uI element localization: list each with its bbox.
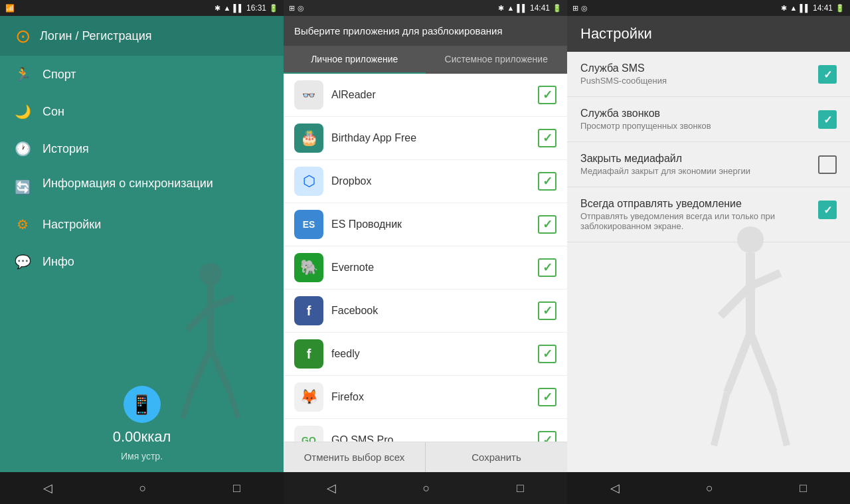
- settings-checkbox-sms[interactable]: [818, 65, 837, 84]
- settings-checkbox-calls[interactable]: [818, 110, 837, 129]
- settings-desc-sms: PushSMS-сообщения: [580, 76, 808, 86]
- app-name-feedly: feedly: [331, 348, 530, 360]
- app-checkbox-alreader[interactable]: ✓: [538, 86, 556, 104]
- settings-checkbox-media[interactable]: [818, 155, 837, 174]
- bluetooth-icon: ✱: [214, 4, 220, 13]
- svg-line-4: [192, 349, 211, 390]
- home-button-1[interactable]: ○: [129, 476, 157, 501]
- app-checkbox-dropbox[interactable]: ✓: [538, 172, 556, 191]
- svg-point-0: [199, 263, 222, 286]
- svg-line-7: [229, 390, 238, 418]
- app-item-evernote[interactable]: 🐘Evernote✓: [284, 246, 567, 290]
- sport-label: Спорт: [42, 68, 76, 82]
- settings-item-calls: Служба звонковПросмотр пропущенных звонк…: [567, 97, 850, 142]
- time-3: 14:41: [813, 3, 833, 13]
- nav-bar-3: ◁ ○ □: [567, 472, 850, 504]
- svg-line-5: [211, 349, 229, 390]
- sidebar-item-sync[interactable]: 🔄 Информация о синхронизации: [0, 167, 284, 206]
- recent-button-1[interactable]: □: [222, 476, 251, 501]
- runner-decoration: [151, 246, 270, 432]
- app-checkbox-firefox[interactable]: ✓: [538, 388, 556, 406]
- back-button-1[interactable]: ◁: [33, 475, 63, 501]
- app-item-feedly[interactable]: ffeedly✓: [284, 333, 567, 376]
- sidebar-item-settings[interactable]: ⚙ Настройки: [0, 206, 284, 243]
- settings-icon: ⚙: [13, 215, 32, 234]
- bluetooth-icon-2: ✱: [498, 4, 504, 13]
- info-label: Инфо: [42, 255, 74, 269]
- home-button-3[interactable]: ○: [695, 476, 724, 501]
- app-icon-facebook: f: [294, 296, 323, 325]
- app-checkbox-evernote[interactable]: ✓: [538, 258, 556, 277]
- info-icon: 💬: [13, 252, 32, 271]
- panel-settings: Настройки Служба SMSPushSMS-сообщенияСлу…: [567, 16, 850, 472]
- apps-icon: ⊞: [289, 4, 295, 13]
- wifi-icon: ▲: [223, 4, 230, 12]
- app-item-es[interactable]: ESES Проводник✓: [284, 203, 567, 246]
- app-item-gosms[interactable]: GOGO SMS Pro✓: [284, 419, 567, 442]
- status-bar-1: 📶 ✱ ▲ ▌▌ 16:31 🔋: [0, 0, 284, 16]
- settings-checkbox-notify[interactable]: [818, 201, 837, 219]
- svg-line-6: [183, 390, 192, 418]
- time-2: 14:41: [530, 3, 550, 13]
- app-name-es: ES Проводник: [331, 218, 530, 230]
- panel-middle: ≡ Сопряжённы Выберите приложения для раз…: [284, 16, 567, 472]
- settings-name-calls: Служба звонков: [580, 108, 808, 120]
- app-item-dropbox[interactable]: ⬡Dropbox✓: [284, 160, 567, 203]
- app-checkbox-birthday[interactable]: ✓: [538, 129, 556, 147]
- home-button-2[interactable]: ○: [412, 476, 441, 501]
- app-name-birthday: Birthday App Free: [331, 132, 530, 144]
- sidebar-item-sleep[interactable]: 🌙 Сон: [0, 93, 284, 130]
- settings-name-sms: Служба SMS: [580, 62, 808, 74]
- app-checkbox-facebook[interactable]: ✓: [538, 301, 556, 320]
- app-icon-dropbox: ⬡: [294, 167, 323, 196]
- app-item-firefox[interactable]: 🦊Firefox✓: [284, 376, 567, 419]
- app-icon-evernote: 🐘: [294, 253, 323, 282]
- wifi-icon-2: ▲: [507, 4, 514, 12]
- app-checkbox-gosms[interactable]: ✓: [538, 431, 556, 442]
- app-checkbox-es[interactable]: ✓: [538, 215, 556, 234]
- save-button[interactable]: Сохранить: [426, 442, 567, 472]
- panel-sidebar: ⊙ Логин / Регистрация 🏃 Спорт 🌙 Сон 🕐 Ис…: [0, 16, 284, 472]
- app-checkbox-feedly[interactable]: ✓: [538, 345, 556, 363]
- user-icon: ⊙: [13, 27, 32, 45]
- settings-name-notify: Всегда отправлять уведомление: [580, 198, 808, 210]
- tab-system[interactable]: Системное приложение: [426, 46, 568, 74]
- settings-desc-media: Медиафайл закрыт для экономии энергии: [580, 166, 808, 176]
- settings-title: Настройки: [580, 25, 652, 42]
- cancel-all-button[interactable]: Отменить выбор всех: [284, 442, 426, 472]
- app-icon-gosms: GO: [294, 426, 323, 442]
- app-icon-alreader: 👓: [294, 80, 323, 110]
- nav-bar-2: ◁ ○ □: [284, 472, 567, 504]
- app-item-alreader[interactable]: 👓AlReader✓: [284, 74, 567, 117]
- recent-button-3[interactable]: □: [789, 476, 817, 501]
- recent-button-2[interactable]: □: [506, 476, 535, 501]
- app-list: 👓AlReader✓🎂Birthday App Free✓⬡Dropbox✓ES…: [284, 74, 567, 442]
- sync-label: Информация о синхронизации: [42, 177, 213, 191]
- app-name-dropbox: Dropbox: [331, 175, 530, 187]
- app-icon-feedly: f: [294, 339, 323, 369]
- status-bar-3: ⊞ ◎ ✱ ▲ ▌▌ 14:41 🔋: [567, 0, 850, 16]
- settings-item-notify: Всегда отправлять уведомлениеОтправлять …: [567, 187, 850, 242]
- status-left-2: ⊞ ◎: [289, 4, 304, 13]
- app-icon-firefox: 🦊: [294, 382, 323, 412]
- modal-footer: Отменить выбор всех Сохранить: [284, 442, 567, 472]
- back-button-2[interactable]: ◁: [316, 475, 347, 501]
- time-1: 16:31: [246, 3, 266, 13]
- tab-personal[interactable]: Личное приложение: [284, 46, 426, 74]
- modal-tabs: Личное приложение Системное приложение: [284, 46, 567, 74]
- app-item-facebook[interactable]: fFacebook✓: [284, 290, 567, 333]
- sidebar-header[interactable]: ⊙ Логин / Регистрация: [0, 16, 284, 56]
- status-left-1: 📶: [5, 4, 15, 13]
- history-label: История: [42, 142, 89, 156]
- battery-icon-2: 🔋: [552, 4, 562, 13]
- settings-name-media: Закрыть медиафайл: [580, 153, 808, 165]
- sidebar-item-history[interactable]: 🕐 История: [0, 130, 284, 167]
- app-item-birthday[interactable]: 🎂Birthday App Free✓: [284, 117, 567, 160]
- modal-title: Выберите приложения для разблокирования: [284, 16, 567, 46]
- sync-icon: 🔄: [13, 178, 32, 197]
- settings-header: Настройки: [567, 16, 850, 52]
- back-button-3[interactable]: ◁: [600, 475, 630, 501]
- status-right-2: ✱ ▲ ▌▌ 14:41 🔋: [498, 3, 562, 13]
- status-right-1: ✱ ▲ ▌▌ 16:31 🔋: [214, 3, 278, 13]
- sidebar-item-sport[interactable]: 🏃 Спорт: [0, 56, 284, 93]
